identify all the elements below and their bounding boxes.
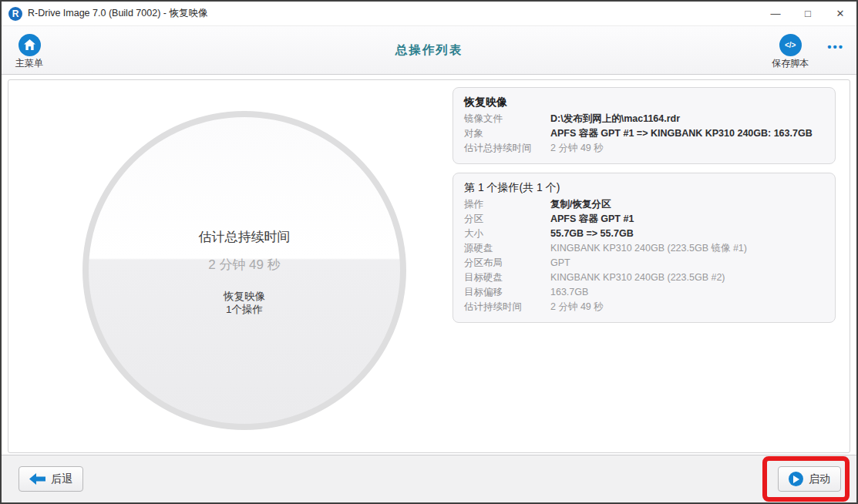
row-label: 镜像文件 xyxy=(464,112,550,126)
more-menu-button[interactable]: ••• xyxy=(827,40,844,53)
save-script-button[interactable]: </> 保存脚本 xyxy=(767,31,813,70)
restore-image-panel: 恢复映像 镜像文件 D:\发布到网上的\mac1164.rdr 对象 APFS … xyxy=(453,87,836,164)
row-label: 操作 xyxy=(464,197,550,212)
gauge-duration: 2 分钟 49 秒 xyxy=(208,256,281,274)
start-button-label: 启动 xyxy=(809,472,830,486)
save-script-label: 保存脚本 xyxy=(772,59,809,69)
main-menu-label: 主菜单 xyxy=(15,59,43,69)
info-row: 估计总持续时间 2 分钟 49 秒 xyxy=(464,141,824,156)
info-row: 目标硬盘 KINGBANK KP310 240GB (223.5GB #2) xyxy=(464,270,824,285)
info-row: 分区 APFS 容器 GPT #1 xyxy=(464,212,824,227)
row-label: 估计持续时间 xyxy=(464,300,550,314)
row-value: 163.7GB xyxy=(550,285,588,300)
operation-detail-panel: 第 1 个操作(共 1 个) 操作 复制/恢复分区 分区 APFS 容器 GPT… xyxy=(453,173,836,323)
row-value: 55.7GB => 55.7GB xyxy=(550,227,634,241)
window-title: R-Drive Image 7.0 (Build 7002) - 恢复映像 xyxy=(28,7,759,20)
back-button-label: 后退 xyxy=(51,472,72,486)
row-value: 复制/恢复分区 xyxy=(550,197,611,212)
row-label: 对象 xyxy=(464,126,550,141)
info-row: 操作 复制/恢复分区 xyxy=(464,197,824,212)
toolbar-right: </> 保存脚本 ••• xyxy=(767,26,849,74)
row-value: GPT xyxy=(550,256,570,270)
title-bar: R R-Drive Image 7.0 (Build 7002) - 恢复映像 … xyxy=(2,2,856,26)
row-value: KINGBANK KP310 240GB (223.5GB #2) xyxy=(550,270,725,285)
gauge-operation: 恢复映像 xyxy=(224,290,265,303)
duration-gauge: 估计总持续时间 2 分钟 49 秒 恢复映像 1个操作 xyxy=(82,111,406,430)
row-label: 目标硬盘 xyxy=(464,270,550,285)
app-window: R R-Drive Image 7.0 (Build 7002) - 恢复映像 … xyxy=(0,0,858,504)
footer-bar: 后退 启动 xyxy=(2,455,856,502)
back-arrow-icon xyxy=(29,473,45,485)
row-value: APFS 容器 GPT #1 xyxy=(550,212,634,227)
info-row: 镜像文件 D:\发布到网上的\mac1164.rdr xyxy=(464,112,824,126)
home-icon xyxy=(19,34,41,56)
row-value: 2 分钟 49 秒 xyxy=(550,300,604,314)
row-value: APFS 容器 GPT #1 => KINGBANK KP310 240GB: … xyxy=(550,126,813,141)
info-row: 目标偏移 163.7GB xyxy=(464,285,824,300)
summary-panels: 恢复映像 镜像文件 D:\发布到网上的\mac1164.rdr 对象 APFS … xyxy=(453,87,836,323)
toolbar: 主菜单 总操作列表 </> 保存脚本 ••• xyxy=(2,26,856,75)
info-row: 大小 55.7GB => 55.7GB xyxy=(464,227,824,241)
main-content: 估计总持续时间 2 分钟 49 秒 恢复映像 1个操作 恢复映像 镜像文件 D:… xyxy=(8,79,850,453)
row-value: KINGBANK KP310 240GB (223.5GB 镜像 #1) xyxy=(550,241,747,256)
page-title: 总操作列表 xyxy=(395,42,463,59)
row-value: 2 分钟 49 秒 xyxy=(550,141,604,156)
info-row: 源硬盘 KINGBANK KP310 240GB (223.5GB 镜像 #1) xyxy=(464,241,824,256)
row-label: 分区布局 xyxy=(464,256,550,270)
app-logo-icon: R xyxy=(8,7,22,21)
info-row: 分区布局 GPT xyxy=(464,256,824,270)
panel-header: 恢复映像 xyxy=(464,94,824,109)
row-label: 目标偏移 xyxy=(464,285,550,300)
gauge-operation-count: 1个操作 xyxy=(226,303,263,316)
main-menu-button[interactable]: 主菜单 xyxy=(11,26,48,74)
info-row: 估计持续时间 2 分钟 49 秒 xyxy=(464,300,824,314)
code-icon: </> xyxy=(779,34,802,56)
row-value: D:\发布到网上的\mac1164.rdr xyxy=(550,112,680,126)
play-icon xyxy=(789,472,803,486)
gauge-title: 估计总持续时间 xyxy=(199,228,291,246)
start-button[interactable]: 启动 xyxy=(778,466,841,492)
row-label: 大小 xyxy=(464,227,550,241)
back-button[interactable]: 后退 xyxy=(19,466,83,492)
row-label: 源硬盘 xyxy=(464,241,550,256)
row-label: 分区 xyxy=(464,212,550,227)
row-label: 估计总持续时间 xyxy=(464,141,550,156)
panel-header: 第 1 个操作(共 1 个) xyxy=(464,180,824,195)
window-controls: — □ ✕ xyxy=(759,2,856,25)
close-button[interactable]: ✕ xyxy=(824,2,856,25)
minimize-button[interactable]: — xyxy=(759,2,792,25)
annotation-highlight-box: 启动 xyxy=(762,456,850,502)
info-row: 对象 APFS 容器 GPT #1 => KINGBANK KP310 240G… xyxy=(464,126,824,141)
maximize-button[interactable]: □ xyxy=(792,2,824,25)
